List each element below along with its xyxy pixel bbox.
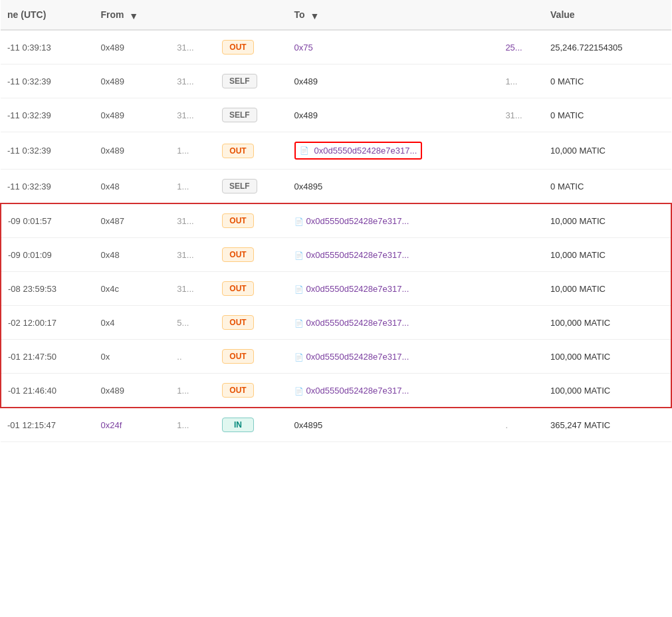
to-address[interactable]: 0x0d5550d52428e7e317... <box>306 284 409 294</box>
cell-from-addr2: 31... <box>170 238 215 272</box>
cell-value: 100,000 MATIC <box>544 306 671 340</box>
cell-value: 100,000 MATIC <box>544 374 671 408</box>
direction-badge: OUT <box>222 349 254 364</box>
cell-time: -11 0:32:39 <box>1 64 94 98</box>
direction-badge: OUT <box>222 144 254 158</box>
to-address[interactable]: 0x0d5550d52428e7e317... <box>314 146 417 156</box>
cell-direction: OUT <box>215 340 288 374</box>
col-to: To ▼ <box>288 0 499 30</box>
cell-time: -01 21:47:50 <box>1 340 94 374</box>
cell-from[interactable]: 0x489 <box>94 30 170 64</box>
contract-icon: 📄 <box>294 319 304 328</box>
cell-value: 365,247 MATIC <box>544 408 671 442</box>
cell-time: -11 0:32:39 <box>1 98 94 132</box>
cell-to: 0x4895 <box>288 170 499 204</box>
to-address[interactable]: 0x0d5550d52428e7e317... <box>306 216 409 226</box>
cell-value: 10,000 MATIC <box>544 238 671 272</box>
cell-direction: OUT <box>215 132 288 170</box>
direction-badge: SELF <box>222 108 257 122</box>
cell-from[interactable]: 0x489 <box>94 374 170 408</box>
table-row: -01 21:46:400x4891...OUT📄0x0d5550d52428e… <box>1 374 671 408</box>
cell-direction: OUT <box>215 272 288 306</box>
direction-badge: OUT <box>222 213 254 228</box>
table-row: -11 0:32:390x4891...OUT📄0x0d5550d52428e7… <box>1 132 671 170</box>
cell-time: -01 21:46:40 <box>1 374 94 408</box>
cell-to-addr2 <box>499 306 544 340</box>
table-row: -11 0:32:390x48931...SELF0x48931...0 MAT… <box>1 98 671 132</box>
cell-to[interactable]: 📄0x0d5550d52428e7e317... <box>288 238 499 272</box>
cell-from[interactable]: 0x48 <box>94 170 170 204</box>
direction-badge: OUT <box>222 40 254 55</box>
cell-to-addr2 <box>499 170 544 204</box>
to-address[interactable]: 0x0d5550d52428e7e317... <box>306 386 409 396</box>
cell-to-addr2 <box>499 132 544 170</box>
cell-from-addr2: 1... <box>170 374 215 408</box>
cell-from-addr2: 31... <box>170 272 215 306</box>
direction-badge: SELF <box>222 179 257 193</box>
table-row: -02 12:00:170x45...OUT📄0x0d5550d52428e7e… <box>1 306 671 340</box>
cell-to[interactable]: 📄0x0d5550d52428e7e317... <box>288 203 499 238</box>
cell-value: 0 MATIC <box>544 64 671 98</box>
cell-to[interactable]: 📄0x0d5550d52428e7e317... <box>288 132 499 170</box>
cell-direction: OUT <box>215 374 288 408</box>
cell-from[interactable]: 0x48 <box>94 238 170 272</box>
cell-time: -11 0:39:13 <box>1 30 94 64</box>
cell-direction: OUT <box>215 238 288 272</box>
cell-to: 0x489 <box>288 64 499 98</box>
cell-to[interactable]: 📄0x0d5550d52428e7e317... <box>288 340 499 374</box>
cell-to-addr2 <box>499 272 544 306</box>
cell-to[interactable]: 📄0x0d5550d52428e7e317... <box>288 306 499 340</box>
cell-direction: SELF <box>215 64 288 98</box>
cell-from-addr2: 31... <box>170 64 215 98</box>
to-address[interactable]: 0x0d5550d52428e7e317... <box>306 250 409 260</box>
to-filter-icon[interactable]: ▼ <box>310 11 320 20</box>
cell-from[interactable]: 0x489 <box>94 64 170 98</box>
from-filter-icon[interactable]: ▼ <box>129 11 138 20</box>
to-address[interactable]: 0x0d5550d52428e7e317... <box>306 352 409 362</box>
cell-to-addr2: . <box>499 408 544 442</box>
col-to2 <box>499 0 544 30</box>
to-address[interactable]: 0x0d5550d52428e7e317... <box>306 318 409 328</box>
cell-direction: OUT <box>215 30 288 64</box>
cell-from[interactable]: 0x487 <box>94 203 170 238</box>
cell-from[interactable]: 0x24f <box>94 408 170 442</box>
cell-value: 10,000 MATIC <box>544 132 671 170</box>
cell-from-addr2: .. <box>170 340 215 374</box>
contract-icon: 📄 <box>294 353 304 362</box>
cell-from-addr2: 1... <box>170 170 215 204</box>
cell-from-addr2: 31... <box>170 98 215 132</box>
cell-time: -02 12:00:17 <box>1 306 94 340</box>
cell-time: -08 23:59:53 <box>1 272 94 306</box>
direction-badge: OUT <box>222 247 254 262</box>
direction-badge: IN <box>222 418 254 432</box>
table-row: -09 0:01:090x4831...OUT📄0x0d5550d52428e7… <box>1 238 671 272</box>
table-header-row: ne (UTC) From ▼ To ▼ Value <box>1 0 671 30</box>
to-address[interactable]: 0x75 <box>294 43 313 53</box>
cell-direction: OUT <box>215 203 288 238</box>
cell-to-addr2[interactable]: 25... <box>499 30 544 64</box>
cell-from-addr2: 31... <box>170 203 215 238</box>
cell-from[interactable]: 0x4c <box>94 272 170 306</box>
direction-badge: SELF <box>222 74 257 88</box>
cell-to-addr2 <box>499 238 544 272</box>
direction-badge: OUT <box>222 315 254 330</box>
cell-from[interactable]: 0x489 <box>94 132 170 170</box>
to-address: 0x4895 <box>294 420 323 430</box>
cell-to-addr2: 31... <box>499 98 544 132</box>
cell-value: 0 MATIC <box>544 170 671 204</box>
contract-icon: 📄 <box>294 251 304 260</box>
table-row: -09 0:01:570x48731...OUT📄0x0d5550d52428e… <box>1 203 671 238</box>
direction-badge: OUT <box>222 281 254 296</box>
col-time: ne (UTC) <box>1 0 94 30</box>
cell-to[interactable]: 📄0x0d5550d52428e7e317... <box>288 374 499 408</box>
table-row: -11 0:32:390x481...SELF0x48950 MATIC <box>1 170 671 204</box>
cell-to[interactable]: 📄0x0d5550d52428e7e317... <box>288 272 499 306</box>
cell-direction: SELF <box>215 170 288 204</box>
cell-value: 0 MATIC <box>544 98 671 132</box>
cell-to[interactable]: 0x75 <box>288 30 499 64</box>
cell-from[interactable]: 0x4 <box>94 306 170 340</box>
cell-from[interactable]: 0x489 <box>94 98 170 132</box>
transactions-table-container: ne (UTC) From ▼ To ▼ Value -11 0:39:130 <box>0 0 672 442</box>
table-row: -01 21:47:500x..OUT📄0x0d5550d52428e7e317… <box>1 340 671 374</box>
cell-from[interactable]: 0x <box>94 340 170 374</box>
